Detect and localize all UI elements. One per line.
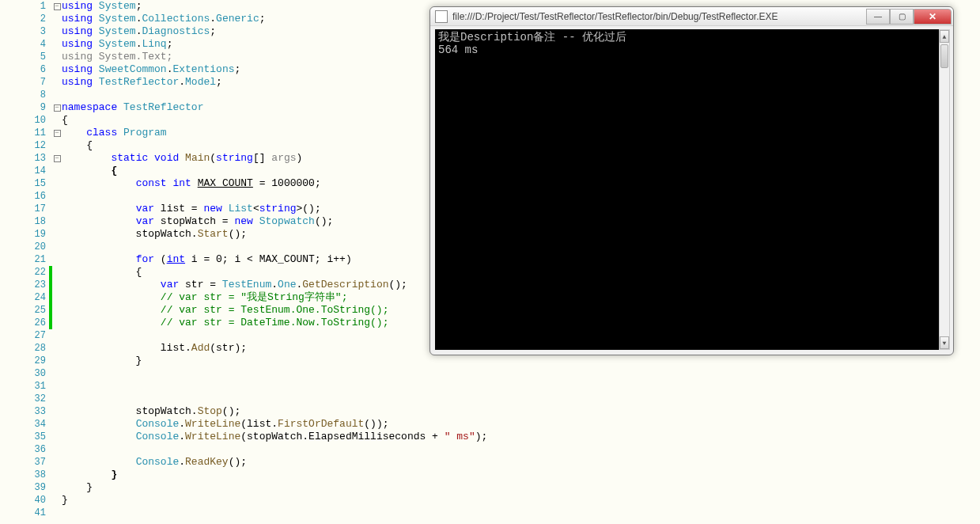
code-content[interactable]: for (int i = 0; i < MAX_COUNT; i++): [62, 253, 352, 266]
code-content[interactable]: {: [62, 165, 117, 177]
code-content[interactable]: namespace TestReflector: [62, 101, 203, 114]
code-content[interactable]: // var str = "我是String字符串";: [62, 291, 347, 304]
code-content[interactable]: // var str = TestEnum.One.ToString();: [62, 304, 388, 317]
fold-gutter[interactable]: [52, 203, 62, 215]
scroll-down-button[interactable]: ▼: [940, 336, 949, 349]
code-content[interactable]: }: [62, 494, 68, 507]
code-content[interactable]: Console.WriteLine(stopWatch.ElapsedMilli…: [62, 431, 487, 443]
fold-gutter[interactable]: [52, 481, 62, 494]
code-content[interactable]: var str = TestEnum.One.GetDescription();: [62, 279, 407, 291]
fold-gutter[interactable]: [52, 25, 62, 38]
fold-gutter[interactable]: [52, 63, 62, 76]
code-content[interactable]: }: [62, 481, 93, 494]
console-output[interactable]: 我是Description备注 -- 优化过后564 ms: [435, 29, 939, 350]
code-content[interactable]: using System.Collections.Generic;: [62, 13, 266, 25]
fold-gutter[interactable]: −: [52, 152, 62, 165]
fold-gutter[interactable]: [52, 329, 62, 342]
code-line[interactable]: 29 }: [0, 355, 980, 367]
fold-toggle-icon[interactable]: −: [54, 130, 61, 137]
code-content[interactable]: {: [62, 114, 68, 127]
fold-gutter[interactable]: [52, 380, 62, 393]
fold-gutter[interactable]: [52, 114, 62, 127]
code-content[interactable]: using System.Linq;: [62, 38, 172, 51]
fold-gutter[interactable]: [52, 190, 62, 203]
maximize-button[interactable]: ▢: [890, 9, 914, 25]
fold-gutter[interactable]: −: [52, 0, 62, 13]
fold-gutter[interactable]: [52, 89, 62, 101]
code-content[interactable]: using System.Diagnostics;: [62, 25, 216, 38]
fold-gutter[interactable]: [52, 443, 62, 456]
fold-gutter[interactable]: [52, 266, 62, 279]
fold-gutter[interactable]: [52, 51, 62, 63]
code-content[interactable]: }: [62, 355, 142, 367]
code-content[interactable]: stopWatch.Stop();: [62, 405, 240, 418]
code-line[interactable]: 31: [0, 380, 980, 393]
scroll-thumb[interactable]: [940, 44, 948, 68]
code-line[interactable]: 35 Console.WriteLine(stopWatch.ElapsedMi…: [0, 431, 980, 443]
fold-gutter[interactable]: [52, 38, 62, 51]
minimize-button[interactable]: —: [866, 9, 890, 25]
fold-gutter[interactable]: [52, 139, 62, 152]
fold-gutter[interactable]: [52, 317, 62, 329]
code-content[interactable]: using System;: [62, 0, 142, 13]
fold-gutter[interactable]: [52, 228, 62, 241]
close-button[interactable]: ✕: [914, 9, 952, 25]
fold-gutter[interactable]: [52, 367, 62, 380]
fold-toggle-icon[interactable]: −: [54, 3, 61, 10]
code-content[interactable]: static void Main(string[] args): [62, 152, 302, 165]
fold-gutter[interactable]: [52, 405, 62, 418]
fold-gutter[interactable]: [52, 215, 62, 228]
code-content[interactable]: Console.WriteLine(list.FirstOrDefault())…: [62, 418, 389, 431]
fold-gutter[interactable]: [52, 253, 62, 266]
fold-toggle-icon[interactable]: −: [54, 104, 61, 112]
fold-gutter[interactable]: [52, 469, 62, 481]
code-content[interactable]: using SweetCommon.Extentions;: [62, 63, 240, 76]
fold-gutter[interactable]: [52, 177, 62, 190]
code-content[interactable]: using System.Text;: [62, 51, 172, 63]
code-line[interactable]: 32: [0, 393, 980, 405]
code-content[interactable]: const int MAX_COUNT = 1000000;: [62, 177, 321, 190]
fold-gutter[interactable]: [52, 355, 62, 367]
code-content[interactable]: Console.ReadKey();: [62, 456, 247, 469]
fold-gutter[interactable]: [52, 165, 62, 177]
console-scrollbar[interactable]: ▲ ▼: [939, 29, 950, 350]
fold-gutter[interactable]: −: [52, 101, 62, 114]
console-window[interactable]: file:///D:/Project/Test/TestReflector/Te…: [429, 6, 954, 355]
code-line[interactable]: 39 }: [0, 481, 980, 494]
code-content[interactable]: // var str = DateTime.Now.ToString();: [62, 317, 388, 329]
fold-gutter[interactable]: −: [52, 127, 62, 139]
fold-gutter[interactable]: [52, 418, 62, 431]
fold-gutter[interactable]: [52, 291, 62, 304]
code-content[interactable]: class Program: [62, 127, 167, 139]
scroll-up-button[interactable]: ▲: [940, 30, 949, 43]
fold-gutter[interactable]: [52, 507, 62, 519]
titlebar[interactable]: file:///D:/Project/Test/TestReflector/Te…: [430, 7, 953, 26]
code-line[interactable]: 40}: [0, 494, 980, 507]
fold-toggle-icon[interactable]: −: [54, 155, 61, 162]
fold-gutter[interactable]: [52, 431, 62, 443]
fold-gutter[interactable]: [52, 13, 62, 25]
fold-gutter[interactable]: [52, 393, 62, 405]
code-content[interactable]: using TestReflector.Model;: [62, 76, 222, 89]
fold-gutter[interactable]: [52, 279, 62, 291]
fold-gutter[interactable]: [52, 456, 62, 469]
code-line[interactable]: 33 stopWatch.Stop();: [0, 405, 980, 418]
code-content[interactable]: var list = new List<string>();: [62, 203, 321, 215]
fold-gutter[interactable]: [52, 304, 62, 317]
code-content[interactable]: var stopWatch = new Stopwatch();: [62, 215, 333, 228]
code-line[interactable]: 34 Console.WriteLine(list.FirstOrDefault…: [0, 418, 980, 431]
code-content[interactable]: {: [62, 139, 93, 152]
fold-gutter[interactable]: [52, 342, 62, 355]
code-content[interactable]: {: [62, 266, 142, 279]
fold-gutter[interactable]: [52, 494, 62, 507]
code-line[interactable]: 37 Console.ReadKey();: [0, 456, 980, 469]
code-content[interactable]: list.Add(str);: [62, 342, 247, 355]
code-line[interactable]: 30: [0, 367, 980, 380]
code-line[interactable]: 41: [0, 507, 980, 519]
code-content[interactable]: }: [62, 469, 117, 481]
code-line[interactable]: 38 }: [0, 469, 980, 481]
fold-gutter[interactable]: [52, 76, 62, 89]
fold-gutter[interactable]: [52, 241, 62, 253]
code-content[interactable]: stopWatch.Start();: [62, 228, 247, 241]
code-line[interactable]: 36: [0, 443, 980, 456]
